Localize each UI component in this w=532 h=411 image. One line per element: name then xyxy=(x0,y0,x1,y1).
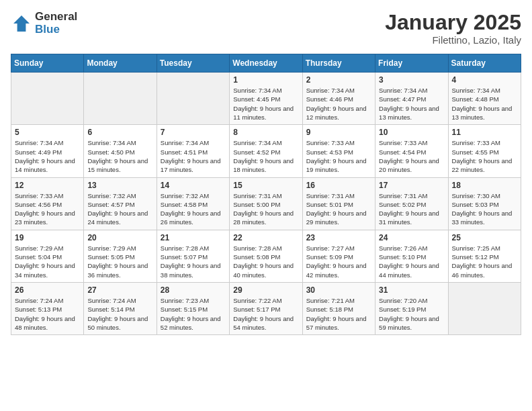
day-number: 9 xyxy=(306,128,371,137)
calendar-day-cell: 1Sunrise: 7:34 AMSunset: 4:45 PMDaylight… xyxy=(230,73,302,125)
day-number: 18 xyxy=(452,181,517,190)
calendar-day-cell: 15Sunrise: 7:31 AMSunset: 5:00 PMDayligh… xyxy=(230,177,302,230)
day-info: Sunrise: 7:34 AMSunset: 4:50 PMDaylight:… xyxy=(87,138,152,174)
calendar-day-cell: 17Sunrise: 7:31 AMSunset: 5:02 PMDayligh… xyxy=(375,177,448,230)
calendar-table: SundayMondayTuesdayWednesdayThursdayFrid… xyxy=(11,54,521,335)
day-number: 15 xyxy=(233,181,298,190)
calendar-day-cell xyxy=(157,73,229,125)
svg-marker-0 xyxy=(13,15,30,32)
day-info: Sunrise: 7:34 AMSunset: 4:48 PMDaylight:… xyxy=(452,86,517,122)
day-number: 12 xyxy=(15,181,80,190)
day-info: Sunrise: 7:32 AMSunset: 4:57 PMDaylight:… xyxy=(87,191,152,227)
calendar-day-cell: 10Sunrise: 7:33 AMSunset: 4:54 PMDayligh… xyxy=(375,125,448,177)
day-info: Sunrise: 7:34 AMSunset: 4:49 PMDaylight:… xyxy=(15,138,80,174)
day-info: Sunrise: 7:34 AMSunset: 4:52 PMDaylight:… xyxy=(233,138,298,174)
day-info: Sunrise: 7:27 AMSunset: 5:09 PMDaylight:… xyxy=(306,244,371,279)
day-number: 7 xyxy=(161,128,226,137)
day-info: Sunrise: 7:21 AMSunset: 5:18 PMDaylight:… xyxy=(306,296,371,332)
day-info: Sunrise: 7:34 AMSunset: 4:46 PMDaylight:… xyxy=(306,86,371,122)
day-info: Sunrise: 7:25 AMSunset: 5:12 PMDaylight:… xyxy=(452,244,517,279)
day-number: 23 xyxy=(306,233,371,242)
calendar-day-cell: 21Sunrise: 7:28 AMSunset: 5:07 PMDayligh… xyxy=(157,230,229,282)
day-number: 17 xyxy=(379,181,444,190)
day-number: 8 xyxy=(233,128,298,137)
day-number: 10 xyxy=(379,128,444,137)
day-info: Sunrise: 7:33 AMSunset: 4:56 PMDaylight:… xyxy=(15,191,80,227)
day-info: Sunrise: 7:23 AMSunset: 5:15 PMDaylight:… xyxy=(161,296,226,332)
calendar-day-cell: 27Sunrise: 7:24 AMSunset: 5:14 PMDayligh… xyxy=(84,282,157,334)
weekday-header: Monday xyxy=(84,54,157,73)
day-number: 27 xyxy=(87,285,152,295)
weekday-header: Sunday xyxy=(11,54,84,73)
page-header: General Blue January 2025 Filettino, Laz… xyxy=(11,11,521,46)
day-number: 31 xyxy=(379,285,444,295)
day-info: Sunrise: 7:31 AMSunset: 5:02 PMDaylight:… xyxy=(379,191,444,227)
calendar-day-cell xyxy=(448,282,521,334)
calendar-day-cell: 5Sunrise: 7:34 AMSunset: 4:49 PMDaylight… xyxy=(11,125,84,177)
calendar-day-cell xyxy=(84,73,157,125)
location-subtitle: Filettino, Lazio, Italy xyxy=(385,34,521,46)
day-info: Sunrise: 7:24 AMSunset: 5:13 PMDaylight:… xyxy=(15,296,80,332)
day-number: 21 xyxy=(161,233,226,242)
day-info: Sunrise: 7:31 AMSunset: 5:01 PMDaylight:… xyxy=(306,191,371,227)
day-number: 14 xyxy=(161,181,226,190)
calendar-day-cell: 31Sunrise: 7:20 AMSunset: 5:19 PMDayligh… xyxy=(375,282,448,334)
day-number: 30 xyxy=(306,285,371,295)
calendar-day-cell: 7Sunrise: 7:34 AMSunset: 4:51 PMDaylight… xyxy=(157,125,229,177)
day-number: 29 xyxy=(233,285,298,295)
calendar-day-cell: 25Sunrise: 7:25 AMSunset: 5:12 PMDayligh… xyxy=(448,230,521,282)
day-number: 5 xyxy=(15,128,80,137)
day-info: Sunrise: 7:29 AMSunset: 5:04 PMDaylight:… xyxy=(15,244,80,279)
calendar-day-cell: 4Sunrise: 7:34 AMSunset: 4:48 PMDaylight… xyxy=(448,73,521,125)
day-number: 3 xyxy=(379,75,444,85)
day-info: Sunrise: 7:34 AMSunset: 4:47 PMDaylight:… xyxy=(379,86,444,122)
calendar-day-cell: 28Sunrise: 7:23 AMSunset: 5:15 PMDayligh… xyxy=(157,282,229,334)
title-area: January 2025 Filettino, Lazio, Italy xyxy=(385,11,521,46)
calendar-day-cell: 16Sunrise: 7:31 AMSunset: 5:01 PMDayligh… xyxy=(302,177,375,230)
day-info: Sunrise: 7:31 AMSunset: 5:00 PMDaylight:… xyxy=(233,191,298,227)
calendar-day-cell: 8Sunrise: 7:34 AMSunset: 4:52 PMDaylight… xyxy=(230,125,302,177)
calendar-day-cell: 2Sunrise: 7:34 AMSunset: 4:46 PMDaylight… xyxy=(302,73,375,125)
calendar-day-cell: 26Sunrise: 7:24 AMSunset: 5:13 PMDayligh… xyxy=(11,282,84,334)
calendar-week-row: 1Sunrise: 7:34 AMSunset: 4:45 PMDaylight… xyxy=(11,73,521,125)
day-number: 19 xyxy=(15,233,80,242)
calendar-week-row: 12Sunrise: 7:33 AMSunset: 4:56 PMDayligh… xyxy=(11,177,521,230)
day-number: 26 xyxy=(15,285,80,295)
day-number: 24 xyxy=(379,233,444,242)
day-number: 22 xyxy=(233,233,298,242)
calendar-day-cell: 9Sunrise: 7:33 AMSunset: 4:53 PMDaylight… xyxy=(302,125,375,177)
day-info: Sunrise: 7:30 AMSunset: 5:03 PMDaylight:… xyxy=(452,191,517,227)
day-info: Sunrise: 7:24 AMSunset: 5:14 PMDaylight:… xyxy=(87,296,152,332)
calendar-day-cell: 22Sunrise: 7:28 AMSunset: 5:08 PMDayligh… xyxy=(230,230,302,282)
calendar-day-cell: 29Sunrise: 7:22 AMSunset: 5:17 PMDayligh… xyxy=(230,282,302,334)
calendar-day-cell: 12Sunrise: 7:33 AMSunset: 4:56 PMDayligh… xyxy=(11,177,84,230)
logo-general: General xyxy=(35,11,77,24)
weekday-header: Tuesday xyxy=(157,54,229,73)
day-info: Sunrise: 7:29 AMSunset: 5:05 PMDaylight:… xyxy=(87,244,152,279)
day-number: 4 xyxy=(452,75,517,85)
calendar-day-cell: 23Sunrise: 7:27 AMSunset: 5:09 PMDayligh… xyxy=(302,230,375,282)
calendar-day-cell: 19Sunrise: 7:29 AMSunset: 5:04 PMDayligh… xyxy=(11,230,84,282)
weekday-header-row: SundayMondayTuesdayWednesdayThursdayFrid… xyxy=(11,54,521,73)
calendar-day-cell: 30Sunrise: 7:21 AMSunset: 5:18 PMDayligh… xyxy=(302,282,375,334)
day-info: Sunrise: 7:32 AMSunset: 4:58 PMDaylight:… xyxy=(161,191,226,227)
calendar-week-row: 26Sunrise: 7:24 AMSunset: 5:13 PMDayligh… xyxy=(11,282,521,334)
day-number: 2 xyxy=(306,75,371,85)
calendar-week-row: 5Sunrise: 7:34 AMSunset: 4:49 PMDaylight… xyxy=(11,125,521,177)
calendar-day-cell: 6Sunrise: 7:34 AMSunset: 4:50 PMDaylight… xyxy=(84,125,157,177)
day-info: Sunrise: 7:33 AMSunset: 4:55 PMDaylight:… xyxy=(452,138,517,174)
weekday-header: Wednesday xyxy=(230,54,302,73)
calendar-day-cell xyxy=(11,73,84,125)
logo-text: General Blue xyxy=(35,11,77,36)
calendar-day-cell: 3Sunrise: 7:34 AMSunset: 4:47 PMDaylight… xyxy=(375,73,448,125)
calendar-day-cell: 24Sunrise: 7:26 AMSunset: 5:10 PMDayligh… xyxy=(375,230,448,282)
calendar-day-cell: 13Sunrise: 7:32 AMSunset: 4:57 PMDayligh… xyxy=(84,177,157,230)
day-info: Sunrise: 7:22 AMSunset: 5:17 PMDaylight:… xyxy=(233,296,298,332)
day-number: 1 xyxy=(233,75,298,85)
weekday-header: Friday xyxy=(375,54,448,73)
calendar-day-cell: 14Sunrise: 7:32 AMSunset: 4:58 PMDayligh… xyxy=(157,177,229,230)
day-info: Sunrise: 7:33 AMSunset: 4:54 PMDaylight:… xyxy=(379,138,444,174)
day-number: 20 xyxy=(87,233,152,242)
logo-icon xyxy=(11,13,32,34)
weekday-header: Saturday xyxy=(448,54,521,73)
